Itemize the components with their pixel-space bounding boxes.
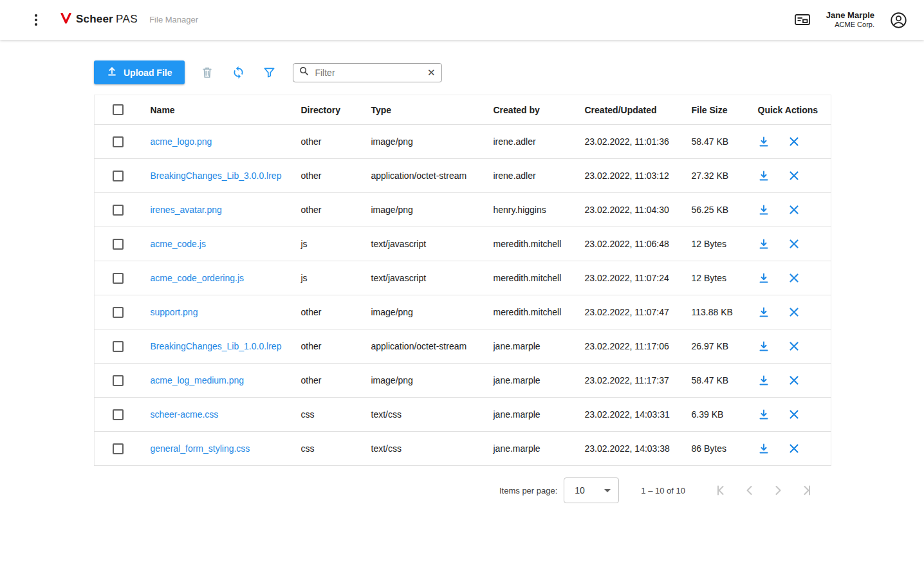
download-icon[interactable] xyxy=(758,272,770,284)
page-range-label: 1 – 10 of 10 xyxy=(641,486,685,496)
download-icon[interactable] xyxy=(758,238,770,250)
remove-x-icon[interactable] xyxy=(789,171,799,181)
download-icon[interactable] xyxy=(758,204,770,216)
file-name-link[interactable]: BreakingChanges_Lib_3.0.0.lrep xyxy=(151,171,282,181)
download-icon[interactable] xyxy=(758,306,770,318)
filter-input[interactable] xyxy=(313,67,421,79)
row-checkbox[interactable] xyxy=(113,375,124,386)
file-created-updated: 23.02.2022, 11:17:06 xyxy=(577,329,683,364)
row-checkbox[interactable] xyxy=(113,171,124,181)
file-name-link[interactable]: scheer-acme.css xyxy=(151,409,219,420)
previous-page-icon[interactable] xyxy=(741,481,759,499)
file-type: text/css xyxy=(363,432,485,466)
trash-icon[interactable] xyxy=(199,64,216,81)
upload-file-label: Upload File xyxy=(124,68,172,78)
next-page-icon[interactable] xyxy=(769,481,787,499)
refresh-icon[interactable] xyxy=(230,64,246,81)
file-name-link[interactable]: acme_logo.png xyxy=(151,136,212,147)
row-checkbox[interactable] xyxy=(113,239,124,250)
file-name-link[interactable]: acme_log_medium.png xyxy=(151,375,245,385)
header-directory: Directory xyxy=(293,95,363,125)
filter-field: ✕ xyxy=(293,63,442,82)
remove-x-icon[interactable] xyxy=(789,239,799,249)
last-page-icon[interactable] xyxy=(797,481,815,499)
paginator: Items per page: 10 1 – 10 of 10 xyxy=(94,477,831,503)
search-icon xyxy=(299,66,309,79)
user-avatar-icon[interactable] xyxy=(890,12,907,29)
file-name-link[interactable]: BreakingChanges_Lib_1.0.0.lrep xyxy=(151,341,282,351)
file-created-by: irene.adler xyxy=(485,125,577,159)
first-page-icon[interactable] xyxy=(712,481,730,499)
download-icon[interactable] xyxy=(758,409,770,420)
remove-x-icon[interactable] xyxy=(789,443,799,454)
items-per-page-select[interactable]: 10 xyxy=(564,477,619,503)
file-created-by: meredith.mitchell xyxy=(485,227,577,261)
remove-x-icon[interactable] xyxy=(789,136,799,147)
table-row: BreakingChanges_Lib_1.0.0.lrep other app… xyxy=(95,329,831,364)
file-directory: css xyxy=(293,432,363,466)
scheer-logo-icon xyxy=(60,13,71,27)
file-name-link[interactable]: support.png xyxy=(151,307,198,317)
header-quick-actions: Quick Actions xyxy=(750,95,831,125)
download-icon[interactable] xyxy=(758,170,770,181)
table-row: scheer-acme.css css text/css jane.marple… xyxy=(95,398,831,432)
download-icon[interactable] xyxy=(758,375,770,386)
file-created-by: meredith.mitchell xyxy=(485,261,577,295)
remove-x-icon[interactable] xyxy=(789,409,799,420)
row-checkbox[interactable] xyxy=(113,409,124,420)
clear-filter-icon[interactable]: ✕ xyxy=(426,68,437,77)
file-directory: other xyxy=(293,125,363,159)
row-checkbox[interactable] xyxy=(113,205,124,216)
file-name-link[interactable]: acme_code_ordering.js xyxy=(151,273,245,283)
header-created-updated: Created/Updated xyxy=(577,95,683,125)
file-type: image/png xyxy=(363,364,485,398)
file-size: 56.25 KB xyxy=(683,193,750,227)
items-per-page-value: 10 xyxy=(575,485,585,496)
file-type: image/png xyxy=(363,193,485,227)
file-directory: other xyxy=(293,193,363,227)
file-created-updated: 23.02.2022, 11:03:12 xyxy=(577,159,683,193)
download-icon[interactable] xyxy=(758,136,770,147)
remove-x-icon[interactable] xyxy=(789,205,799,215)
user-info: Jane Marple ACME Corp. xyxy=(826,10,874,30)
row-checkbox[interactable] xyxy=(113,273,124,284)
file-size: 58.47 KB xyxy=(683,364,750,398)
file-created-by: jane.marple xyxy=(485,329,577,364)
select-all-checkbox[interactable] xyxy=(113,104,124,115)
remove-x-icon[interactable] xyxy=(789,341,799,351)
table-header-row: Name Directory Type Created by Created/U… xyxy=(95,95,831,125)
file-size: 113.88 KB xyxy=(683,295,750,329)
remove-x-icon[interactable] xyxy=(789,273,799,283)
row-checkbox[interactable] xyxy=(113,341,124,352)
file-size: 58.47 KB xyxy=(683,125,750,159)
file-size: 6.39 KB xyxy=(683,398,750,432)
logs-panel-icon[interactable] xyxy=(794,13,811,27)
file-created-by: irene.adler xyxy=(485,159,577,193)
remove-x-icon[interactable] xyxy=(789,375,799,385)
file-directory: other xyxy=(293,364,363,398)
file-created-updated: 23.02.2022, 11:07:24 xyxy=(577,261,683,295)
header-created-by: Created by xyxy=(485,95,577,125)
table-row: acme_logo.png other image/png irene.adle… xyxy=(95,125,831,159)
kebab-menu-icon[interactable] xyxy=(31,10,41,30)
table-row: acme_code.js js text/javascript meredith… xyxy=(95,227,831,261)
download-icon[interactable] xyxy=(758,340,770,352)
upload-file-button[interactable]: Upload File xyxy=(94,60,185,84)
file-name-link[interactable]: irenes_avatar.png xyxy=(151,205,222,215)
file-type: image/png xyxy=(363,125,485,159)
remove-x-icon[interactable] xyxy=(789,307,799,317)
row-checkbox[interactable] xyxy=(113,136,124,147)
filter-funnel-icon[interactable] xyxy=(261,64,277,81)
file-name-link[interactable]: acme_code.js xyxy=(151,239,206,249)
file-type: application/octet-stream xyxy=(363,329,485,364)
table-row: acme_log_medium.png other image/png jane… xyxy=(95,364,831,398)
row-checkbox[interactable] xyxy=(113,443,124,454)
file-table: Name Directory Type Created by Created/U… xyxy=(94,95,831,466)
file-size: 86 Bytes xyxy=(683,432,750,466)
file-size: 26.97 KB xyxy=(683,329,750,364)
file-name-link[interactable]: general_form_styling.css xyxy=(151,443,250,454)
row-checkbox[interactable] xyxy=(113,307,124,318)
file-type: text/javascript xyxy=(363,227,485,261)
download-icon[interactable] xyxy=(758,443,770,454)
brand-pas: PAS xyxy=(116,13,138,26)
